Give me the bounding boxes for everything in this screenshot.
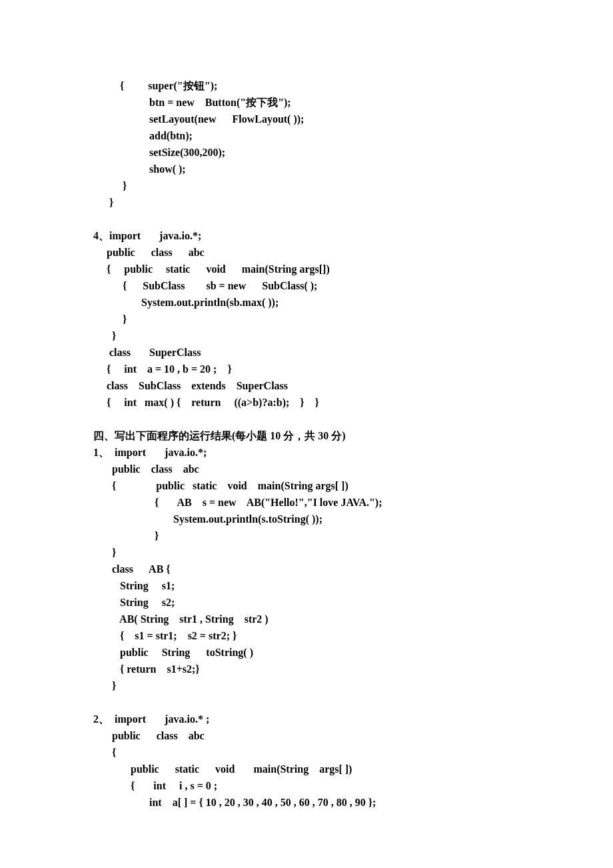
code-line: 4、import java.io.*; xyxy=(93,227,520,244)
code-line xyxy=(93,411,520,427)
code-line: { xyxy=(93,744,520,761)
code-line: String s1; xyxy=(93,577,520,594)
code-line: public static void main(String args[ ]) xyxy=(93,761,520,777)
code-line: } xyxy=(93,177,520,194)
code-line: } xyxy=(93,677,520,694)
code-line: class SuperClass xyxy=(93,344,520,361)
code-line: { int i , s = 0 ; xyxy=(93,777,520,794)
code-line: public String toString( ) xyxy=(93,644,520,661)
code-line: int a[ ] = { 10 , 20 , 30 , 40 , 50 , 60… xyxy=(93,794,520,811)
code-line: { super("按钮"); xyxy=(93,77,520,94)
code-line: } xyxy=(93,527,520,544)
code-line: { s1 = str1; s2 = str2; } xyxy=(93,627,520,644)
code-line: class AB { xyxy=(93,561,520,577)
code-line: 1、 import java.io.*; xyxy=(93,444,520,461)
code-line: 四、写出下面程序的运行结果(每小题 10 分，共 30 分) xyxy=(93,427,520,444)
code-line: btn = new Button("按下我"); xyxy=(93,94,520,111)
code-line: 2、 import java.io.* ; xyxy=(93,711,520,727)
code-line: } xyxy=(93,311,520,327)
code-line xyxy=(93,694,520,711)
code-line: AB( String str1 , String str2 ) xyxy=(93,611,520,627)
code-line: public class abc xyxy=(93,727,520,744)
code-line: String s2; xyxy=(93,594,520,611)
code-line: show( ); xyxy=(93,161,520,177)
document-page: { super("按钮"); btn = new Button("按下我"); … xyxy=(0,0,613,868)
code-line: { int max( ) { return ((a>b)?a:b); } } xyxy=(93,394,520,411)
code-line: } xyxy=(93,194,520,211)
code-line: System.out.println(sb.max( )); xyxy=(93,294,520,311)
code-line: add(btn); xyxy=(93,127,520,144)
code-line: } xyxy=(93,544,520,561)
code-line xyxy=(93,211,520,227)
code-line: setSize(300,200); xyxy=(93,144,520,161)
code-line: System.out.println(s.toString( )); xyxy=(93,511,520,527)
code-line: public class abc xyxy=(93,244,520,261)
code-line: { int a = 10 , b = 20 ; } xyxy=(93,361,520,377)
code-line: setLayout(new FlowLayout( )); xyxy=(93,111,520,127)
code-line: { SubClass sb = new SubClass( ); xyxy=(93,277,520,294)
code-line: { AB s = new AB("Hello!","I love JAVA.")… xyxy=(93,494,520,511)
code-line: } xyxy=(93,327,520,344)
code-line: { public static void main(String args[ ]… xyxy=(93,477,520,494)
code-line: { return s1+s2;} xyxy=(93,661,520,677)
code-line: class SubClass extends SuperClass xyxy=(93,377,520,394)
code-line: { public static void main(String args[]) xyxy=(93,261,520,277)
code-line: public class abc xyxy=(93,461,520,477)
